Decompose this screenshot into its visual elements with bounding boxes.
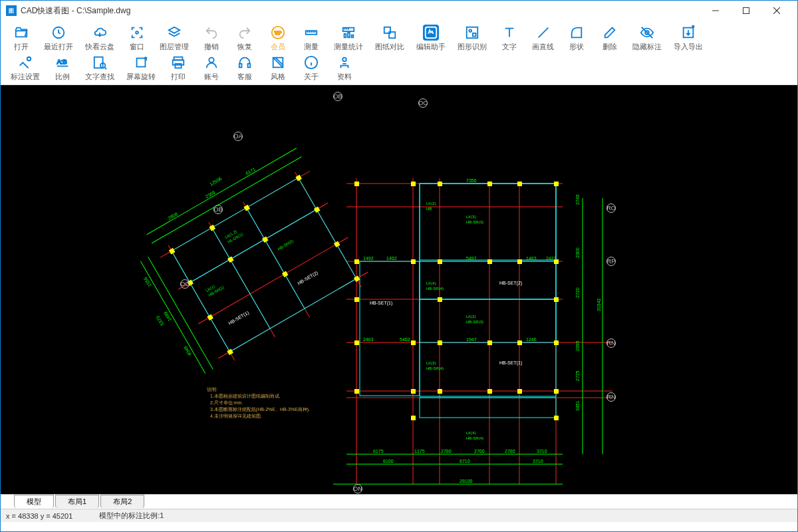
line-button[interactable]: 画直线 xyxy=(527,23,559,53)
grid-label: RO xyxy=(606,203,616,213)
svg-text:LK(3): LK(3) xyxy=(466,215,476,219)
grid-label: ON xyxy=(353,484,362,493)
svg-rect-71 xyxy=(517,259,522,264)
open-button[interactable]: 打开 xyxy=(5,23,37,53)
svg-text:4.未注明墙厚详见建筑图.: 4.未注明墙厚详见建筑图. xyxy=(210,414,262,418)
service-button[interactable]: 客服 xyxy=(229,53,261,83)
rotate-button[interactable]: 屏幕旋转 xyxy=(121,53,161,83)
svg-text:1175: 1175 xyxy=(414,449,425,454)
style-button[interactable]: 风格 xyxy=(262,53,294,83)
svg-point-22 xyxy=(27,57,31,61)
delete-button[interactable]: 删除 xyxy=(594,23,626,53)
svg-text:5402: 5402 xyxy=(400,337,410,342)
svg-rect-56 xyxy=(420,184,556,260)
tab-layout2[interactable]: 布局2 xyxy=(100,495,144,508)
window-button[interactable]: 窗口 xyxy=(121,23,153,53)
svg-text:HB-SET(2): HB-SET(2) xyxy=(297,270,319,286)
cad-canvas[interactable]: 2808 2389 6171 12506 1556 1499 4049 5370… xyxy=(1,85,797,494)
statusbar: x = 48338 y = 45201 模型中的标注比例:1 xyxy=(1,509,797,522)
svg-rect-1 xyxy=(743,8,749,14)
measure-button[interactable]: 测量 xyxy=(295,23,327,53)
eye-off-icon xyxy=(639,25,655,41)
svg-rect-113 xyxy=(314,206,321,213)
scale-button[interactable]: A:B比例 xyxy=(47,53,78,83)
compare-button[interactable]: 图纸对比 xyxy=(370,23,410,53)
svg-rect-80 xyxy=(517,340,522,345)
svg-point-31 xyxy=(209,58,213,63)
svg-text:2.尺寸单位:mm.: 2.尺寸单位:mm. xyxy=(210,400,243,405)
clock-icon xyxy=(51,25,66,41)
svg-text:VIP: VIP xyxy=(275,31,282,35)
import-export-button[interactable]: 导入导出 xyxy=(668,23,708,53)
svg-text:1.本图根据建筑设计图纸编制而成.: 1.本图根据建筑设计图纸编制而成. xyxy=(210,394,281,398)
svg-text:HB-SET(1): HB-SET(1) xyxy=(499,360,522,366)
maximize-button[interactable] xyxy=(731,1,761,21)
redo-button[interactable]: 恢复 xyxy=(229,23,261,53)
svg-text:A:B: A:B xyxy=(57,59,67,65)
layout-tabs: 模型 布局1 布局2 xyxy=(1,494,797,509)
svg-text:HB-SET(1): HB-SET(1) xyxy=(227,310,250,326)
svg-rect-32 xyxy=(239,64,242,68)
svg-rect-60 xyxy=(420,398,556,418)
svg-text:5370: 5370 xyxy=(156,315,165,327)
svg-text:2700: 2700 xyxy=(474,449,485,454)
cloud-button[interactable]: 快看云盘 xyxy=(80,23,120,53)
svg-rect-78 xyxy=(438,340,442,345)
stats-icon xyxy=(340,25,356,41)
text-search-button[interactable]: 文字查找 xyxy=(80,53,120,83)
svg-text:1492: 1492 xyxy=(363,256,374,261)
tab-model[interactable]: 模型 xyxy=(14,495,54,508)
shape-rec-button[interactable]: 图形识别 xyxy=(452,23,492,53)
svg-rect-66 xyxy=(554,182,559,186)
svg-text:HB-SET(2): HB-SET(2) xyxy=(499,281,522,286)
eraser-icon xyxy=(602,25,618,41)
svg-rect-18 xyxy=(473,33,476,37)
toolbar: 打开 最近打开 快看云盘 窗口 图层管理 撤销 恢复 VIP会员 测量 测量统计… xyxy=(1,21,797,85)
svg-text:HB-SR(4): HB-SR(4) xyxy=(426,366,444,370)
docs-icon xyxy=(336,55,352,70)
window-title: CAD快速看图 - C:\Sample.dwg xyxy=(21,5,130,17)
hide-annot-button[interactable]: 隐藏标注 xyxy=(627,23,667,53)
recent-button[interactable]: 最近打开 xyxy=(39,23,78,53)
svg-text:2300: 2300 xyxy=(575,247,580,258)
svg-rect-59 xyxy=(360,261,420,396)
measure-stats-button[interactable]: 测量统计 xyxy=(329,23,368,53)
tab-layout1[interactable]: 布局1 xyxy=(55,495,99,508)
status-scale: 模型中的标注比例:1 xyxy=(99,511,164,521)
svg-rect-84 xyxy=(438,389,442,394)
minimize-button[interactable] xyxy=(700,1,731,21)
shape-icon xyxy=(569,25,585,41)
app-icon: 图 xyxy=(6,5,17,16)
svg-text:HB-SR(2): HB-SR(2) xyxy=(277,239,295,251)
svg-text:HB: HB xyxy=(426,207,432,211)
vip-button[interactable]: VIP会员 xyxy=(262,23,294,53)
svg-line-102 xyxy=(152,157,301,243)
svg-text:1402: 1402 xyxy=(386,256,397,261)
svg-text:说明:: 说明: xyxy=(207,387,217,392)
edit-helper-button[interactable]: 编辑助手 xyxy=(411,23,451,53)
svg-text:1483: 1483 xyxy=(526,256,537,261)
svg-text:8710: 8710 xyxy=(460,459,470,464)
svg-rect-27 xyxy=(137,59,146,67)
svg-line-101 xyxy=(247,207,305,309)
print-button[interactable]: 打印 xyxy=(162,53,194,83)
svg-line-92 xyxy=(198,237,348,324)
status-coords: x = 48338 y = 45201 xyxy=(6,512,72,520)
svg-text:20342: 20342 xyxy=(597,298,601,311)
svg-text:HB-SR(4): HB-SR(4) xyxy=(466,436,483,440)
svg-text:3451: 3451 xyxy=(575,400,580,411)
undo-button[interactable]: 撤销 xyxy=(196,23,227,53)
shape-button[interactable]: 形状 xyxy=(561,23,593,53)
text-button[interactable]: 文字 xyxy=(493,23,525,53)
annot-settings-button[interactable]: 标注设置 xyxy=(5,53,45,83)
svg-rect-81 xyxy=(554,340,559,345)
layer-button[interactable]: 图层管理 xyxy=(154,23,194,53)
docs-button[interactable]: 资料 xyxy=(329,53,360,83)
svg-text:2775: 2775 xyxy=(575,370,580,381)
about-button[interactable]: 关于 xyxy=(295,53,327,83)
account-button[interactable]: 账号 xyxy=(196,53,227,83)
undo-icon xyxy=(203,25,219,41)
svg-rect-62 xyxy=(411,182,416,186)
close-button[interactable] xyxy=(761,1,792,21)
svg-rect-111 xyxy=(227,256,234,263)
